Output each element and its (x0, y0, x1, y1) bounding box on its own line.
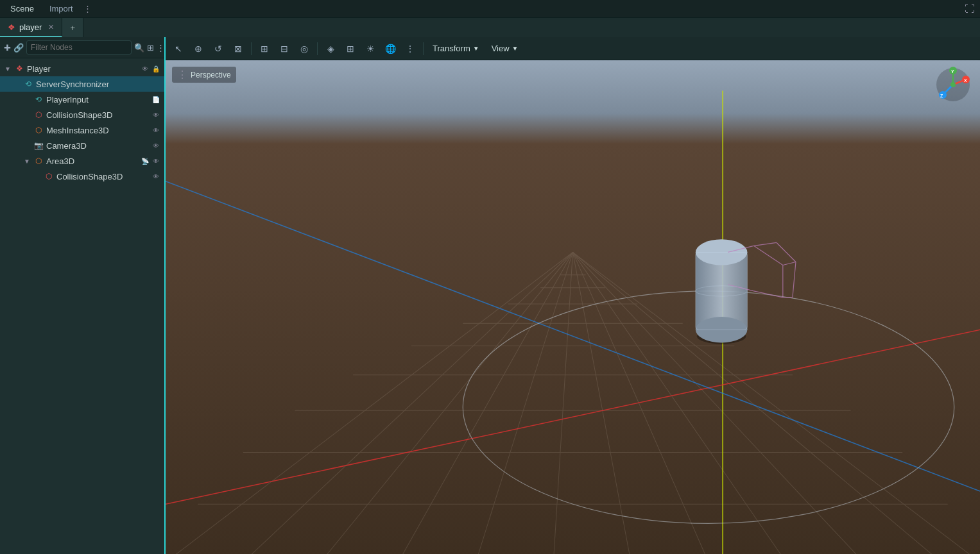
perspective-label: ⋮ Perspective (172, 67, 236, 83)
expand-arrow-mesh (23, 126, 31, 134)
tree-node-area3d[interactable]: ▼ ⬡ Area3D 📡 👁 (0, 153, 164, 169)
viewport-more-button[interactable]: ⋮ (401, 40, 419, 58)
scene-tree-toolbar: ✚ 🔗 🔍 ⊞ ⋮ (0, 37, 164, 58)
move-mode-button[interactable]: ⊕ (189, 40, 207, 58)
camera-icon: 📷 (33, 140, 44, 151)
viewport-toolbar: ↖ ⊕ ↺ ⊠ ⊞ ⊟ ◎ ◈ ⊞ ☀ 🌐 ⋮ Transform ▼ View… (166, 37, 980, 60)
playerinput-label: PlayerInput (46, 95, 149, 105)
scene-svg (166, 60, 980, 554)
main-layout: ✚ 🔗 🔍 ⊞ ⋮ ▼ ❖ Player 👁 🔒 ⟲ (0, 37, 980, 554)
player-icon: ❖ (14, 63, 24, 74)
input-icon: ⟲ (33, 94, 44, 105)
expand-arrow-col2 (33, 172, 41, 180)
view-button[interactable]: View ▼ (486, 40, 524, 57)
tree-more-button[interactable]: ⋮ (157, 40, 165, 55)
expand-arrow-player: ▼ (4, 65, 12, 72)
rotate-mode-button[interactable]: ↺ (209, 40, 227, 58)
eye-icon-1: 👁 (151, 110, 160, 119)
sync-icon: ⟲ (23, 79, 33, 89)
svg-rect-0 (166, 60, 980, 554)
sun-button[interactable]: ☀ (361, 40, 379, 58)
title-bar: Scene Import ⋮ ⛶ (0, 0, 980, 18)
select-mode-button[interactable]: ↖ (169, 40, 187, 58)
collision-icon-1: ⬡ (33, 110, 44, 120)
tab-bar: ❖ player ✕ + (0, 18, 980, 37)
app-menu-import[interactable]: Import (44, 4, 78, 13)
expand-arrow-sync (13, 80, 21, 88)
overlay-button[interactable]: ⊞ (341, 40, 359, 58)
collision2-label: CollisionShape3D (56, 172, 149, 181)
search-button[interactable]: 🔍 (134, 40, 144, 55)
fullscreen-button[interactable]: ⛶ (965, 3, 975, 15)
tree-node-camera[interactable]: 📷 Camera3D 👁 (0, 138, 164, 153)
group-button[interactable]: ◎ (295, 40, 313, 58)
tree-node-collision1[interactable]: ⬡ CollisionShape3D 👁 (0, 107, 164, 122)
mesh-label: MeshInstance3D (46, 126, 149, 135)
eye-icon-4: 👁 (151, 156, 160, 165)
signal-icon: 📡 (141, 156, 150, 165)
left-panel: ✚ 🔗 🔍 ⊞ ⋮ ▼ ❖ Player 👁 🔒 ⟲ (0, 37, 166, 554)
area3d-label: Area3D (46, 156, 138, 166)
svg-text:Z: Z (940, 94, 943, 98)
expand-arrow-col1 (23, 111, 31, 119)
filter-nodes-input[interactable] (26, 40, 132, 55)
tree-node-mesh[interactable]: ⬡ MeshInstance3D 👁 (0, 122, 164, 138)
tree-node-serversync[interactable]: ⟲ ServerSynchronizer (0, 76, 164, 92)
tree-node-player[interactable]: ▼ ❖ Player 👁 🔒 (0, 61, 164, 76)
env-button[interactable]: 🌐 (381, 40, 399, 58)
player-label: Player (27, 64, 138, 74)
svg-text:X: X (964, 78, 967, 83)
viewport-canvas[interactable]: ⋮ Perspective Z X (166, 60, 980, 554)
tree-node-playerinput[interactable]: ⟲ PlayerInput 📄 (0, 92, 164, 107)
expand-arrow-area: ▼ (23, 157, 31, 165)
orientation-gizmo: Z X Y (934, 65, 972, 104)
local-space-button[interactable]: ⊟ (275, 40, 293, 58)
svg-text:Y: Y (951, 69, 954, 74)
transform-label: Transform (433, 44, 470, 53)
eye-icon-3: 👁 (151, 141, 160, 150)
script-icon: 📄 (151, 95, 160, 104)
player-tab[interactable]: ❖ player ✕ (0, 18, 62, 37)
add-tab-button[interactable]: + (62, 18, 83, 37)
app-menu-scene[interactable]: Scene (5, 4, 39, 13)
mesh-icon: ⬡ (33, 125, 44, 135)
camera-label: Camera3D (46, 141, 149, 151)
viewport-area: ↖ ⊕ ↺ ⊠ ⊞ ⊟ ◎ ◈ ⊞ ☀ 🌐 ⋮ Transform ▼ View… (166, 37, 980, 554)
svg-point-53 (950, 82, 956, 87)
toolbar-separator-1 (251, 42, 252, 55)
player-tab-close[interactable]: ✕ (48, 23, 54, 31)
serversync-label: ServerSynchronizer (36, 80, 160, 89)
expand-arrow-cam (23, 142, 31, 149)
area-icon: ⬡ (33, 156, 44, 166)
player-tab-icon: ❖ (8, 22, 15, 32)
scene-tree: ▼ ❖ Player 👁 🔒 ⟲ ServerSynchronizer ⟲ Pl… (0, 58, 164, 554)
filter-options-button[interactable]: ⊞ (147, 40, 154, 55)
toolbar-separator-2 (317, 42, 318, 55)
transform-button[interactable]: Transform ▼ (427, 40, 485, 57)
eye-icon-2: 👁 (151, 126, 160, 135)
tree-node-collision2[interactable]: ⬡ CollisionShape3D 👁 (0, 169, 164, 184)
add-node-button[interactable]: ✚ (4, 40, 11, 55)
visibility-icon: 👁 (141, 64, 150, 73)
view-label: View (492, 44, 510, 53)
perspective-dots: ⋮ (177, 69, 187, 81)
scale-mode-button[interactable]: ⊠ (229, 40, 247, 58)
shader-button[interactable]: ◈ (322, 40, 340, 58)
collision-icon-2: ⬡ (44, 171, 54, 181)
transform-chevron: ▼ (473, 45, 479, 52)
toolbar-separator-3 (423, 42, 424, 55)
link-node-button[interactable]: 🔗 (13, 40, 24, 55)
snap-grid-button[interactable]: ⊞ (255, 40, 273, 58)
menu-dots[interactable]: ⋮ (83, 4, 92, 13)
eye-icon-5: 👁 (151, 172, 160, 181)
collision1-label: CollisionShape3D (46, 110, 149, 120)
view-chevron: ▼ (512, 45, 519, 52)
player-tab-label: player (19, 22, 42, 32)
expand-arrow-input (23, 96, 31, 103)
lock-icon: 🔒 (151, 64, 160, 73)
perspective-text: Perspective (191, 71, 231, 80)
player-badges: 👁 🔒 (141, 64, 160, 73)
